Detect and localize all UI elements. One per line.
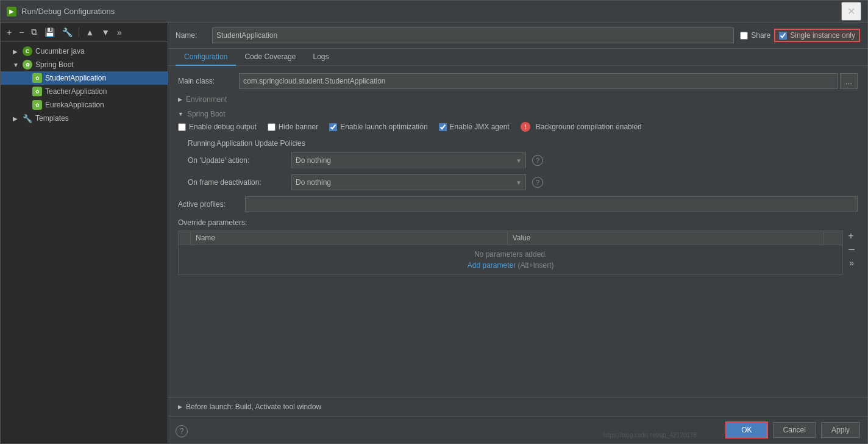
params-table-header: Name Value xyxy=(179,231,842,245)
expand-arrow: ▶ xyxy=(13,48,20,55)
expand-arrow: ▼ xyxy=(13,62,20,68)
add-param-hint: (Alt+Insert) xyxy=(518,261,554,270)
on-update-value: Do nothing xyxy=(296,156,331,165)
env-arrow-icon: ▶ xyxy=(178,96,182,102)
no-params-text: No parameters added. xyxy=(183,250,838,259)
wrench-button[interactable]: 🔧 xyxy=(60,26,75,39)
add-param-button[interactable]: + xyxy=(845,231,856,242)
main-class-label: Main class: xyxy=(178,77,239,85)
springboot-section-label: Spring Boot xyxy=(187,110,226,118)
name-row: Name: Share Single instance only xyxy=(168,23,867,49)
dropdown-arrow-icon: ▼ xyxy=(516,157,522,164)
tab-configuration[interactable]: Configuration xyxy=(176,49,236,66)
springboot-section: ▼ Spring Boot Enable debug output Hide b… xyxy=(178,110,858,190)
enable-debug-label[interactable]: Enable debug output xyxy=(178,123,257,131)
enable-jmx-label[interactable]: Enable JMX agent xyxy=(439,123,510,131)
on-frame-value: Do nothing xyxy=(296,178,331,187)
params-col-value: Value xyxy=(508,231,825,245)
bottom-bar: ? https://blog.csdn.net/qq_42120178 OK C… xyxy=(168,416,867,443)
move-down-button[interactable]: ▼ xyxy=(99,26,112,39)
sidebar: + − ⧉ 💾 🔧 ▲ ▼ » ▶ C Cucumber java xyxy=(1,23,168,443)
more-params-button[interactable]: » xyxy=(845,258,858,268)
sidebar-item-cucumber-java[interactable]: ▶ C Cucumber java xyxy=(1,45,168,58)
run-debug-dialog: ▶ Run/Debug Configurations ✕ + − ⧉ 💾 🔧 ▲… xyxy=(0,0,868,444)
params-col-actions xyxy=(824,231,842,245)
on-update-help-icon[interactable]: ? xyxy=(532,155,543,166)
apply-button[interactable]: Apply xyxy=(821,422,860,438)
active-profiles-input[interactable] xyxy=(245,196,858,212)
bg-compilation-text: Background compilation enabled xyxy=(536,123,642,131)
close-button[interactable]: ✕ xyxy=(841,2,861,21)
move-up-button[interactable]: ▲ xyxy=(83,26,96,39)
springboot-icon: ✿ xyxy=(23,60,32,70)
override-params-label: Override parameters: xyxy=(178,218,858,227)
hide-banner-checkbox[interactable] xyxy=(268,123,276,131)
browse-button[interactable]: ... xyxy=(840,73,858,89)
help-button[interactable]: ? xyxy=(176,425,188,437)
bg-compilation-area: ! Background compilation enabled xyxy=(521,122,642,132)
enable-jmx-checkbox[interactable] xyxy=(439,123,447,131)
remove-param-button[interactable]: − xyxy=(845,243,858,257)
springboot-arrow-icon: ▼ xyxy=(178,111,183,117)
springboot-checkboxes: Enable debug output Hide banner Enable l… xyxy=(178,122,858,132)
sidebar-item-label: TeacherApplication xyxy=(45,87,107,96)
hide-banner-label[interactable]: Hide banner xyxy=(268,123,318,131)
environment-section-header[interactable]: ▶ Environment xyxy=(178,95,858,104)
remove-config-button[interactable]: − xyxy=(16,26,26,39)
active-profiles-row: Active profiles: xyxy=(178,196,858,212)
sidebar-item-eureka-application[interactable]: ✿ EurekaApplication xyxy=(1,98,168,112)
sidebar-item-teacher-application[interactable]: ✿ TeacherApplication xyxy=(1,85,168,98)
toolbar-divider xyxy=(79,27,79,37)
params-col-empty xyxy=(179,231,191,245)
override-params-section: Override parameters: Name Value No param… xyxy=(178,218,858,275)
sidebar-item-templates[interactable]: ▶ 🔧 Templates xyxy=(1,112,168,125)
on-update-dropdown[interactable]: Do nothing ▼ xyxy=(291,152,526,168)
on-frame-label: On frame deactivation: xyxy=(188,178,285,187)
enable-debug-checkbox[interactable] xyxy=(178,123,186,131)
main-panel: Name: Share Single instance only Configu… xyxy=(168,23,867,443)
single-instance-label: Single instance only xyxy=(790,31,855,40)
dialog-title: Run/Debug Configurations xyxy=(21,7,841,16)
before-launch-header[interactable]: ▶ Before launch: Build, Activate tool wi… xyxy=(178,403,858,411)
before-launch-arrow-icon: ▶ xyxy=(178,404,182,410)
url-watermark: https://blog.csdn.net/qq_42120178 xyxy=(603,432,697,439)
sidebar-item-student-application[interactable]: ✿ StudentApplication xyxy=(1,71,168,85)
share-checkbox[interactable] xyxy=(740,32,748,40)
tabs-row: Configuration Code Coverage Logs xyxy=(168,49,867,66)
on-frame-help-icon[interactable]: ? xyxy=(532,177,543,188)
title-bar: ▶ Run/Debug Configurations ✕ xyxy=(1,1,867,23)
tab-code-coverage[interactable]: Code Coverage xyxy=(236,49,304,66)
share-checkbox-label[interactable]: Share xyxy=(740,31,770,40)
params-col-name: Name xyxy=(191,231,508,245)
share-area: Share Single instance only xyxy=(740,29,860,42)
running-policies-title: Running Application Update Policies xyxy=(188,139,858,148)
name-input[interactable] xyxy=(212,27,734,43)
copy-config-button[interactable]: ⧉ xyxy=(29,25,40,39)
save-config-button[interactable]: 💾 xyxy=(42,26,57,39)
enable-launch-checkbox[interactable] xyxy=(329,123,337,131)
springboot-section-header[interactable]: ▼ Spring Boot xyxy=(178,110,858,118)
enable-jmx-text: Enable JMX agent xyxy=(450,123,510,131)
ok-button[interactable]: OK xyxy=(725,421,767,439)
sidebar-item-label: Templates xyxy=(35,114,69,123)
enable-launch-label[interactable]: Enable launch optimization xyxy=(329,123,427,131)
params-area: Name Value No parameters added. Add para… xyxy=(178,231,858,275)
before-launch-section: ▶ Before launch: Build, Activate tool wi… xyxy=(168,397,867,416)
app-icon: ✿ xyxy=(32,87,42,96)
share-label: Share xyxy=(751,31,770,40)
main-class-row: Main class: ... xyxy=(178,73,858,89)
hide-banner-text: Hide banner xyxy=(279,123,318,131)
config-tree: ▶ C Cucumber java ▼ ✿ Spring Boot ✿ Stud… xyxy=(1,42,168,443)
single-instance-box: Single instance only xyxy=(774,29,860,42)
cancel-button[interactable]: Cancel xyxy=(773,422,816,438)
add-config-button[interactable]: + xyxy=(4,26,14,39)
tab-logs[interactable]: Logs xyxy=(304,49,337,66)
add-param-link[interactable]: Add parameter xyxy=(468,261,516,270)
params-side-buttons: + − » xyxy=(845,231,858,275)
sidebar-item-spring-boot[interactable]: ▼ ✿ Spring Boot xyxy=(1,58,168,71)
sidebar-item-label: Spring Boot xyxy=(35,60,74,69)
single-instance-checkbox[interactable] xyxy=(779,32,787,40)
main-class-input[interactable] xyxy=(239,73,838,89)
more-button[interactable]: » xyxy=(115,26,124,39)
on-frame-dropdown[interactable]: Do nothing ▼ xyxy=(291,174,526,190)
